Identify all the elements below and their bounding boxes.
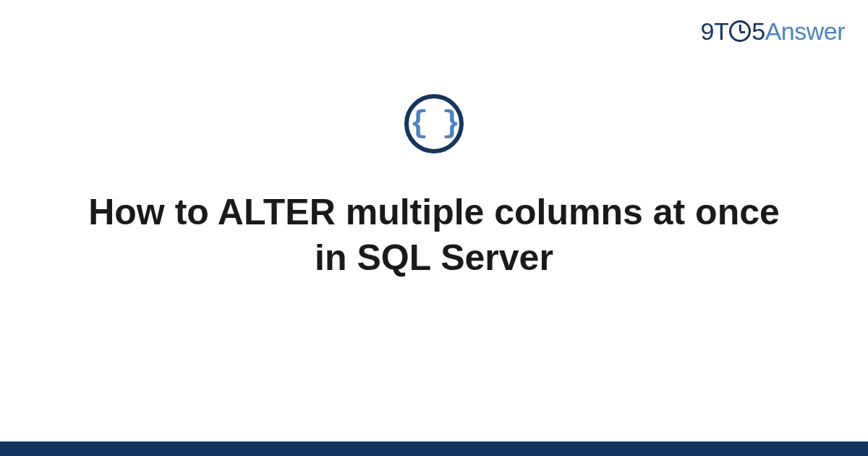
main-content: { } How to ALTER multiple columns at onc… <box>0 94 868 280</box>
footer-bar <box>0 442 868 456</box>
logo-text-9t: 9T <box>701 17 729 45</box>
logo-text-5: 5 <box>752 17 765 45</box>
code-braces-icon: { } <box>404 94 464 153</box>
site-logo: 9T5Answer <box>701 17 845 46</box>
logo-text-answer: Answer <box>765 17 845 45</box>
page-title: How to ALTER multiple columns at once in… <box>54 190 814 280</box>
clock-icon <box>729 20 751 42</box>
braces-glyph: { } <box>410 109 459 139</box>
